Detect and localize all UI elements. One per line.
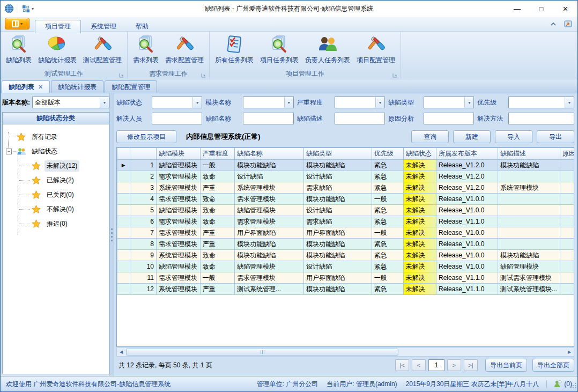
- grid-cell[interactable]: [560, 194, 574, 205]
- last-page-button[interactable]: >|: [464, 359, 478, 371]
- grid-cell[interactable]: 系统管理模块: [498, 182, 560, 194]
- scroll-left-icon[interactable]: ◀: [117, 350, 125, 354]
- grid-cell[interactable]: 紧急: [372, 216, 403, 227]
- grid-cell[interactable]: 用户界面缺陷: [303, 272, 372, 284]
- row-number-cell[interactable]: 9: [130, 250, 156, 261]
- grid-cell[interactable]: 紧急: [372, 171, 403, 182]
- grid-cell[interactable]: 模块功能缺陷: [303, 239, 372, 250]
- chevron-down-icon[interactable]: ▼: [100, 97, 109, 108]
- grid-cell[interactable]: 系统管理模块: [157, 250, 201, 261]
- grid-cell[interactable]: 致命: [200, 250, 234, 261]
- table-row[interactable]: 7需求管理模块严重用户界面缺陷用户界面缺陷一般未解决Release_V1.0.0: [117, 227, 575, 239]
- grid-cell[interactable]: 紧急: [372, 160, 403, 171]
- column-header[interactable]: 原因分析: [560, 148, 574, 160]
- column-header[interactable]: 缺陷类型: [303, 148, 372, 160]
- table-row[interactable]: 11需求管理模块一般需求管理模块用户界面缺陷一般未解决Release_V1.1.…: [117, 272, 575, 284]
- grid-cell[interactable]: 需求管理模块: [157, 239, 201, 250]
- ribbon-button[interactable]: 需求配置管理: [162, 33, 207, 65]
- grid-cell[interactable]: 一般: [372, 227, 403, 239]
- grid-cell[interactable]: 缺陷管理模块: [235, 205, 304, 216]
- ribbon-button[interactable]: 需求列表: [130, 33, 162, 65]
- grid-cell[interactable]: [560, 250, 574, 261]
- grid-cell[interactable]: 模块功能缺陷: [498, 160, 560, 171]
- grid-cell[interactable]: [498, 171, 560, 182]
- toolbar-action-button[interactable]: 导出: [537, 130, 574, 143]
- ribbon-button[interactable]: 项目任务列表: [257, 33, 302, 65]
- column-header[interactable]: 优先级: [372, 148, 403, 160]
- row-marker-cell[interactable]: [117, 182, 130, 194]
- grid-cell[interactable]: 一般: [372, 194, 403, 205]
- grid-cell[interactable]: [498, 227, 560, 239]
- quick-access-toolbar-button[interactable]: ▾: [22, 5, 34, 13]
- grid-cell[interactable]: 模块功能缺陷: [498, 250, 560, 261]
- grid-cell[interactable]: [560, 160, 574, 171]
- tree-node[interactable]: −缺陷状态: [4, 144, 108, 159]
- chevron-down-icon[interactable]: ▼: [192, 97, 202, 108]
- row-marker-cell[interactable]: [117, 194, 130, 205]
- ribbon-button[interactable]: 测试配置管理: [80, 33, 125, 65]
- tree-expander-icon[interactable]: −: [6, 149, 12, 154]
- row-marker-cell[interactable]: [117, 284, 130, 295]
- row-number-cell[interactable]: 10: [130, 261, 156, 272]
- grid-cell[interactable]: 测试需求管理模块: [498, 272, 560, 284]
- filter-select[interactable]: ▼: [243, 97, 293, 108]
- grid-cell[interactable]: 需求管理模块: [235, 272, 304, 284]
- row-number-cell[interactable]: 11: [130, 272, 156, 284]
- row-marker-cell[interactable]: [117, 227, 130, 239]
- dialog-launcher-icon[interactable]: [392, 72, 397, 77]
- filter-input[interactable]: [508, 113, 574, 124]
- row-marker-cell[interactable]: [117, 216, 130, 227]
- grid-cell[interactable]: 致命: [200, 216, 234, 227]
- grid-cell[interactable]: 严重: [200, 227, 234, 239]
- row-marker-cell[interactable]: [117, 171, 130, 182]
- grid-cell[interactable]: 未解决: [403, 171, 436, 182]
- row-number-cell[interactable]: 1: [130, 160, 156, 171]
- filter-select[interactable]: ▼: [335, 97, 385, 108]
- ribbon-button[interactable]: 所有任务列表: [212, 33, 257, 65]
- row-number-cell[interactable]: 4: [130, 194, 156, 205]
- grid-cell[interactable]: Release_V1.0.0: [436, 194, 498, 205]
- grid-cell[interactable]: 需求管理模块: [157, 171, 201, 182]
- grid-cell[interactable]: 模块功能缺陷: [303, 250, 372, 261]
- ribbon-button[interactable]: 负责人任务列表: [302, 33, 353, 65]
- ribbon-tab[interactable]: 项目管理: [35, 20, 81, 33]
- grid-cell[interactable]: 致命: [200, 171, 234, 182]
- filter-input[interactable]: [152, 113, 202, 124]
- row-marker-cell[interactable]: [117, 272, 130, 284]
- row-marker-cell[interactable]: [117, 261, 130, 272]
- row-marker-cell[interactable]: [117, 250, 130, 261]
- column-header[interactable]: 所属发布版本: [436, 148, 498, 160]
- chevron-down-icon[interactable]: ▼: [284, 97, 293, 108]
- dialog-launcher-icon[interactable]: [201, 72, 206, 77]
- grid-cell[interactable]: 模块功能缺陷: [235, 250, 304, 261]
- grid-cell[interactable]: 紧急: [372, 239, 403, 250]
- grid-cell[interactable]: 缺陷管理模块: [498, 261, 560, 272]
- grid-cell[interactable]: 系统管理模块: [157, 182, 201, 194]
- grid-cell[interactable]: 缺陷管理模块: [235, 261, 304, 272]
- grid-cell[interactable]: 需求管理模块: [157, 272, 201, 284]
- grid-cell[interactable]: [560, 261, 574, 272]
- grid-cell[interactable]: 需求缺陷: [303, 182, 372, 194]
- grid-cell[interactable]: 需求管理模块: [157, 227, 201, 239]
- grid-cell[interactable]: Release_V1.1.0: [436, 272, 498, 284]
- chevron-down-icon[interactable]: ▼: [565, 97, 574, 108]
- grid-cell[interactable]: 模块功能缺陷: [303, 160, 372, 171]
- row-marker-cell[interactable]: [117, 205, 130, 216]
- grid-cell[interactable]: 未解决: [403, 272, 436, 284]
- grid-cell[interactable]: 严重: [200, 284, 234, 295]
- table-row[interactable]: 8需求管理模块严重模块功能缺陷模块功能缺陷紧急未解决Release_V1.0.0: [117, 239, 575, 250]
- chevron-down-icon[interactable]: ▼: [375, 97, 384, 108]
- filter-select[interactable]: ▼: [508, 97, 574, 108]
- grid-cell[interactable]: 设计缺陷: [235, 171, 304, 182]
- export-all-pages-button[interactable]: 导出全部页: [532, 359, 574, 372]
- grid-cell[interactable]: [560, 227, 574, 239]
- sidebar-splitter[interactable]: [109, 93, 114, 376]
- grid-cell[interactable]: 致命: [200, 261, 234, 272]
- grid-cell[interactable]: 严重: [200, 182, 234, 194]
- table-row[interactable]: 2需求管理模块致命设计缺陷设计缺陷紧急未解决Release_V1.2.0: [117, 171, 575, 182]
- grid-cell[interactable]: 模块功能缺陷: [235, 160, 304, 171]
- grid-cell[interactable]: [560, 272, 574, 284]
- chevron-down-icon[interactable]: ▼: [464, 97, 473, 108]
- table-row[interactable]: 3系统管理模块严重系统管理模块需求缺陷紧急未解决Release_V1.2.0系统…: [117, 182, 575, 194]
- toolbar-action-button[interactable]: 导入: [495, 130, 532, 143]
